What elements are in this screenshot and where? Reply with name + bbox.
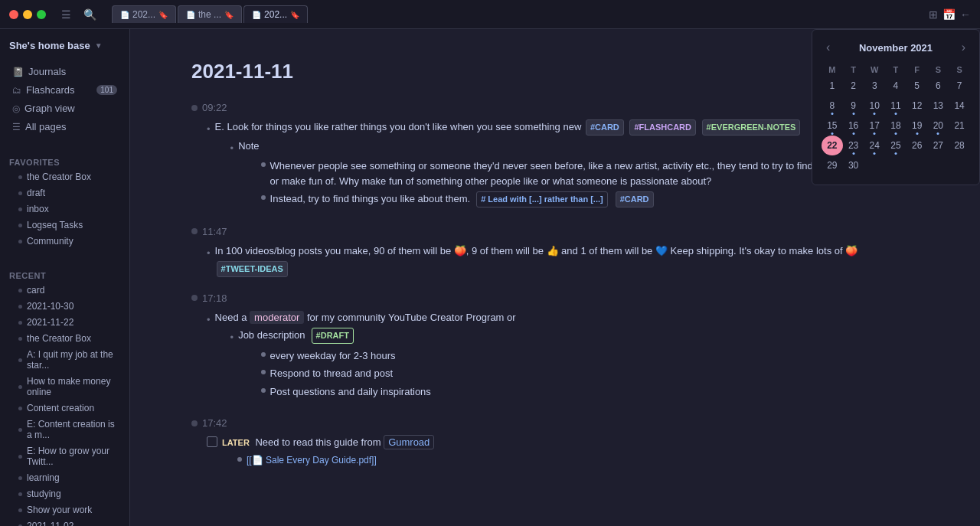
sidebar-recent-quit[interactable]: A: I quit my job at the star... xyxy=(3,347,126,373)
cal-day-15[interactable]: 15 xyxy=(822,116,843,136)
job-desc-text: Job description xyxy=(238,328,305,343)
recent-2021-11-22-label: 2021-11-22 xyxy=(27,317,74,328)
sidebar-recent-2021-10-30[interactable]: 2021-10-30 xyxy=(3,299,126,314)
sidebar-recent-learning[interactable]: learning xyxy=(3,470,126,485)
allpages-label: All pages xyxy=(25,121,117,132)
sidebar-recent-studying[interactable]: studying xyxy=(3,486,126,501)
cal-day-1[interactable]: 1 xyxy=(822,76,843,96)
sidebar-recent-content-creation-e[interactable]: E: Content creation is a m... xyxy=(3,417,126,443)
tag-tweet[interactable]: #TWEET-IDEAS xyxy=(217,261,288,277)
tab-3[interactable]: 📄 202... 🔖 xyxy=(243,5,308,23)
cal-day-12[interactable]: 12 xyxy=(906,96,928,116)
gumroad-link[interactable]: Gumroad xyxy=(384,435,434,449)
nav-section: 📓 Journals 🗂 Flashcards 101 ◎ Graph view… xyxy=(0,59,129,139)
cal-day-4[interactable]: 4 xyxy=(885,76,906,96)
tab-2[interactable]: 📄 the ... 🔖 xyxy=(178,5,242,23)
fav-creator-box-label: the Creator Box xyxy=(27,172,91,182)
sidebar-recent-money[interactable]: How to make money online xyxy=(3,374,126,400)
tag-evergreen[interactable]: #EVERGREEN-NOTES xyxy=(702,119,801,136)
cal-day-7[interactable]: 7 xyxy=(949,76,970,96)
todo-checkbox[interactable] xyxy=(207,436,217,447)
tag-card-2[interactable]: #CARD xyxy=(616,191,654,207)
sidebar-item-journals[interactable]: 📓 Journals xyxy=(3,63,126,80)
sidebar-recent-2021-11-02[interactable]: 2021-11-02 xyxy=(3,518,126,526)
cal-day-3[interactable]: 3 xyxy=(864,76,885,96)
tag-flashcard[interactable]: #FLASHCARD xyxy=(629,119,696,136)
sidebar-fav-inbox[interactable]: inbox xyxy=(3,201,126,217)
cal-day-13[interactable]: 13 xyxy=(928,96,949,116)
recent-creator-box-label: the Creator Box xyxy=(27,333,91,344)
tag-card[interactable]: #CARD xyxy=(586,119,624,136)
cal-day-30[interactable]: 30 xyxy=(843,155,864,175)
cal-day-5[interactable]: 5 xyxy=(906,76,928,96)
workspace-item[interactable]: She's home base ▼ xyxy=(0,35,129,56)
back-icon[interactable]: ← xyxy=(960,8,971,21)
journals-icon: 📓 xyxy=(12,67,24,77)
fav-dot-5 xyxy=(18,240,22,243)
sidebar-recent-2021-11-22[interactable]: 2021-11-22 xyxy=(3,315,126,330)
cal-day-23[interactable]: 23 xyxy=(843,136,864,155)
job-dot-1 xyxy=(261,352,266,357)
minimize-button[interactable] xyxy=(23,10,32,19)
cal-day-9[interactable]: 9 xyxy=(843,96,864,116)
cal-day-21[interactable]: 21 xyxy=(949,116,970,136)
sidebar-recent-content-creation[interactable]: Content creation xyxy=(3,400,126,416)
recent-dot-5 xyxy=(18,358,22,362)
cal-day-18[interactable]: 18 xyxy=(885,116,906,136)
sidebar-recent-grow-twitter[interactable]: E: How to grow your Twitt... xyxy=(3,443,126,469)
sidebar-item-flashcards[interactable]: 🗂 Flashcards 101 xyxy=(3,81,126,99)
cal-day-26[interactable]: 26 xyxy=(906,136,928,155)
recent-card-label: card xyxy=(27,285,44,296)
cal-day-17[interactable]: 17 xyxy=(864,116,885,136)
cal-day-8[interactable]: 8 xyxy=(822,96,843,116)
cal-day-19[interactable]: 19 xyxy=(906,116,928,136)
file-dot xyxy=(237,457,242,462)
cal-day-29[interactable]: 29 xyxy=(822,155,843,175)
menu-icon[interactable]: ☰ xyxy=(58,7,74,22)
sidebar-fav-community[interactable]: Community xyxy=(3,234,126,249)
tag-lead[interactable]: # Lead with [...] rather than [...] xyxy=(476,191,608,207)
cal-day-25[interactable]: 25 xyxy=(885,136,906,155)
search-icon[interactable]: 🔍 xyxy=(80,7,100,22)
main-layout: She's home base ▼ 📓 Journals 🗂 Flashcard… xyxy=(0,29,980,526)
maximize-button[interactable] xyxy=(37,10,46,19)
entry-content-1742: LATER Need to read this guide from Gumro… xyxy=(191,435,919,470)
entry-content-0922: • E. Look for things you like rather thi… xyxy=(191,119,919,211)
sidebar-fav-creator-box[interactable]: the Creator Box xyxy=(3,169,126,185)
cal-day-27[interactable]: 27 xyxy=(928,136,949,155)
tab-1[interactable]: 📄 202... 🔖 xyxy=(112,5,176,23)
sidebar-item-allpages[interactable]: ☰ All pages xyxy=(3,118,126,136)
sidebar-recent-creator-box[interactable]: the Creator Box xyxy=(3,331,126,346)
grid-icon[interactable]: ⊞ xyxy=(929,8,938,21)
cal-empty-4-5 xyxy=(928,155,949,175)
sidebar-fav-draft[interactable]: draft xyxy=(3,185,126,201)
sidebar-recent-card[interactable]: card xyxy=(3,283,126,298)
cal-day-24[interactable]: 24 xyxy=(864,136,885,155)
cal-day-11[interactable]: 11 xyxy=(885,96,906,116)
cal-day-20[interactable]: 20 xyxy=(928,116,949,136)
cal-day-16[interactable]: 16 xyxy=(843,116,864,136)
tag-draft[interactable]: #DRAFT xyxy=(312,328,354,344)
fav-inbox-label: inbox xyxy=(27,204,49,214)
cal-day-22[interactable]: 22 xyxy=(822,136,843,155)
sidebar-recent-show-your-work[interactable]: Show your work xyxy=(3,502,126,518)
close-button[interactable] xyxy=(9,10,18,19)
cal-day-6[interactable]: 6 xyxy=(928,76,949,96)
cal-day-10[interactable]: 10 xyxy=(864,96,885,116)
cal-day-28[interactable]: 28 xyxy=(949,136,970,155)
recent-money-label: How to make money online xyxy=(27,376,117,397)
calendar-icon[interactable]: 📅 xyxy=(942,8,956,21)
cal-day-14[interactable]: 14 xyxy=(949,96,970,116)
recent-dot-8 xyxy=(18,428,22,432)
recent-dot-2 xyxy=(18,305,22,309)
recent-learning-label: learning xyxy=(27,472,60,483)
calendar-next[interactable]: › xyxy=(957,39,970,56)
need-to-read-text: Need to read this guide from xyxy=(255,436,384,448)
entry-line-1718-1: • Need a moderator for my community YouT… xyxy=(207,310,919,403)
calendar-prev[interactable]: ‹ xyxy=(822,39,835,56)
cal-day-2[interactable]: 2 xyxy=(843,76,864,96)
sidebar-fav-logseq-tasks[interactable]: Logseq Tasks xyxy=(3,217,126,233)
sidebar-item-graphview[interactable]: ◎ Graph view xyxy=(3,100,126,117)
community-text: for my community YouTube Creator Program… xyxy=(307,312,516,323)
file-link-text[interactable]: [[📄 Sale Every Day Guide.pdf]] xyxy=(247,453,377,467)
